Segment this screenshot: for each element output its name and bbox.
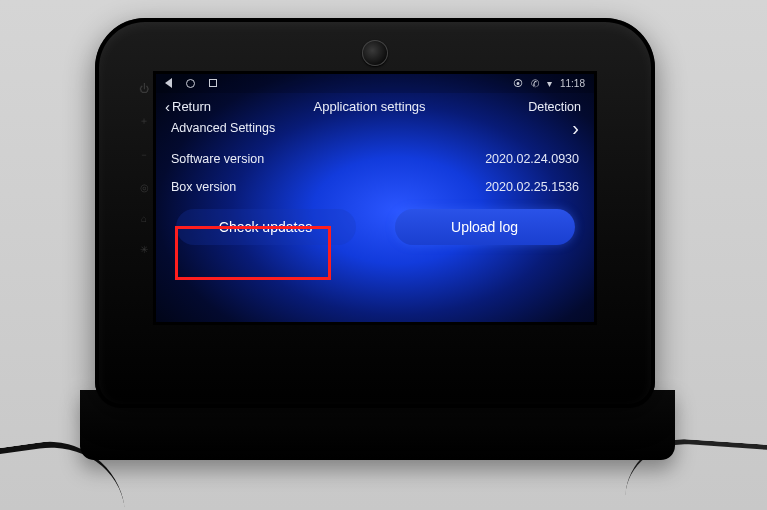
advanced-settings-label: Advanced Settings: [171, 121, 275, 135]
vol-down-icon: －: [139, 148, 149, 162]
box-version-value: 2020.02.25.1536: [485, 180, 579, 194]
page-title: Application settings: [314, 99, 426, 114]
upload-log-label: Upload log: [451, 219, 518, 235]
software-version-row: Software version 2020.02.24.0930: [155, 145, 595, 173]
software-version-value: 2020.02.24.0930: [485, 152, 579, 166]
wifi-icon: ▾: [547, 78, 552, 89]
check-updates-label: Check updates: [219, 219, 312, 235]
system-bar: ⦿ ✆ ▾ 11:18: [155, 73, 595, 93]
mic-icon: ◎: [140, 182, 149, 193]
nav-home-icon[interactable]: [186, 79, 195, 88]
upload-log-button[interactable]: Upload log: [395, 209, 575, 245]
software-version-label: Software version: [171, 152, 264, 166]
screen: ⦿ ✆ ▾ 11:18 ‹ Return Application setting…: [155, 73, 595, 323]
box-version-label: Box version: [171, 180, 236, 194]
physical-side-buttons: ⏻ ＋ － ◎ ⌂ ✳: [137, 83, 151, 255]
device-bezel: ⏻ ＋ － ◎ ⌂ ✳ ⦿ ✆ ▾ 11:18 ‹ Return: [95, 18, 655, 408]
phone-icon: ✆: [531, 78, 539, 89]
chevron-right-icon: ›: [572, 118, 579, 138]
box-version-row: Box version 2020.02.25.1536: [155, 173, 595, 201]
clock: 11:18: [560, 78, 585, 89]
location-icon: ⦿: [513, 78, 523, 89]
home-icon: ⌂: [141, 213, 147, 224]
settings-icon: ✳: [140, 244, 148, 255]
nav-recent-icon[interactable]: [209, 79, 217, 87]
return-button[interactable]: ‹ Return: [165, 99, 211, 114]
vol-up-icon: ＋: [139, 114, 149, 128]
detection-button[interactable]: Detection: [528, 100, 581, 114]
chevron-left-icon: ‹: [165, 99, 170, 114]
return-label: Return: [172, 99, 211, 114]
check-updates-button[interactable]: Check updates: [176, 209, 356, 245]
advanced-settings-row[interactable]: Advanced Settings ›: [155, 116, 595, 145]
nav-back-icon[interactable]: [165, 78, 172, 88]
brand-logo: [362, 40, 388, 66]
power-icon: ⏻: [139, 83, 149, 94]
